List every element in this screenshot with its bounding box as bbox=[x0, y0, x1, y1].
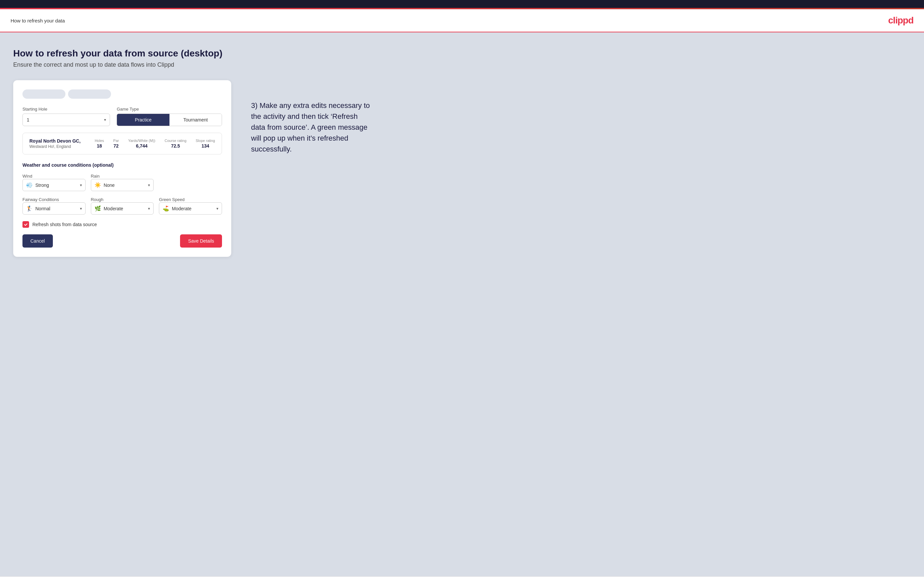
rough-select[interactable]: 🌿 Moderate ▾ bbox=[91, 202, 154, 214]
tournament-button[interactable]: Tournament bbox=[170, 114, 222, 126]
checkmark-icon bbox=[24, 222, 28, 226]
course-location: Westward Ho!, England bbox=[29, 144, 81, 149]
top-bar bbox=[0, 0, 924, 9]
starting-hole-select[interactable]: 1 2 10 bbox=[23, 114, 110, 126]
game-type-label: Game Type bbox=[116, 106, 222, 111]
breadcrumb: How to refresh your data bbox=[11, 18, 65, 23]
refresh-checkbox[interactable] bbox=[23, 221, 29, 228]
refresh-checkbox-label: Refresh shots from data source bbox=[32, 222, 97, 227]
rain-label: Rain bbox=[91, 174, 100, 179]
starting-hole-group: Starting Hole 1 2 10 ▾ bbox=[23, 106, 110, 126]
wind-rain-row: Wind 💨 Strong ▾ Rain ☀️ None ▾ bbox=[23, 173, 222, 191]
course-rating-value: 72.5 bbox=[171, 143, 180, 148]
green-speed-chevron-icon: ▾ bbox=[216, 206, 218, 211]
slope-rating-value: 134 bbox=[202, 143, 209, 148]
slope-rating-label: Slope rating bbox=[195, 139, 215, 143]
wind-group: Wind 💨 Strong ▾ bbox=[23, 173, 86, 191]
starting-hole-label: Starting Hole bbox=[23, 106, 110, 111]
wind-select[interactable]: 💨 Strong ▾ bbox=[23, 179, 86, 191]
course-name: Royal North Devon GC, bbox=[29, 138, 81, 143]
green-speed-group: Green Speed ⛳ Moderate ▾ bbox=[159, 197, 222, 214]
form-panel: Starting Hole 1 2 10 ▾ Game Type Practic… bbox=[13, 80, 231, 257]
rough-group: Rough 🌿 Moderate ▾ bbox=[91, 197, 154, 214]
form-top-tabs bbox=[23, 89, 222, 99]
save-button[interactable]: Save Details bbox=[180, 234, 222, 248]
rough-icon: 🌿 bbox=[94, 205, 101, 211]
holes-value: 18 bbox=[97, 143, 102, 148]
fairway-select[interactable]: 🏌️ Normal ▾ bbox=[23, 202, 86, 214]
rain-icon: ☀️ bbox=[94, 182, 101, 188]
fairway-rough-green-row: Fairway Conditions 🏌️ Normal ▾ Rough 🌿 M… bbox=[23, 197, 222, 214]
rain-group: Rain ☀️ None ▾ bbox=[91, 173, 154, 191]
par-label: Par bbox=[113, 139, 119, 143]
wind-value: Strong bbox=[36, 182, 80, 188]
fairway-group: Fairway Conditions 🏌️ Normal ▾ bbox=[23, 197, 86, 214]
rain-select[interactable]: ☀️ None ▾ bbox=[91, 179, 154, 191]
main-content: How to refresh your data from source (de… bbox=[0, 32, 924, 576]
header: How to refresh your data clippd bbox=[0, 9, 924, 32]
fairway-label: Fairway Conditions bbox=[23, 197, 59, 202]
content-row: Starting Hole 1 2 10 ▾ Game Type Practic… bbox=[13, 80, 911, 257]
par-value: 72 bbox=[114, 143, 119, 148]
side-text-content: 3) Make any extra edits necessary to the… bbox=[251, 100, 370, 155]
fairway-chevron-icon: ▾ bbox=[80, 206, 82, 211]
rough-label: Rough bbox=[91, 197, 103, 202]
tab-pill-2 bbox=[68, 89, 111, 99]
page-subtitle: Ensure the correct and most up to date d… bbox=[13, 61, 911, 68]
top-bar-accent bbox=[0, 8, 924, 9]
page-title: How to refresh your data from source (de… bbox=[13, 48, 911, 59]
game-type-buttons: Practice Tournament bbox=[116, 114, 222, 126]
rain-value: None bbox=[104, 182, 148, 188]
holes-label: Holes bbox=[95, 139, 104, 143]
practice-button[interactable]: Practice bbox=[117, 114, 169, 126]
yards-value: 6,744 bbox=[136, 143, 148, 148]
course-stat-course-rating: Course rating 72.5 bbox=[165, 139, 186, 148]
green-speed-label: Green Speed bbox=[159, 197, 184, 202]
form-actions: Cancel Save Details bbox=[23, 234, 222, 248]
side-text: 3) Make any extra edits necessary to the… bbox=[251, 80, 370, 155]
green-speed-select[interactable]: ⛳ Moderate ▾ bbox=[159, 202, 222, 214]
rough-chevron-icon: ▾ bbox=[148, 206, 150, 211]
game-type-group: Game Type Practice Tournament bbox=[116, 106, 222, 126]
conditions-section-title: Weather and course conditions (optional) bbox=[23, 163, 222, 168]
course-stat-par: Par 72 bbox=[113, 139, 119, 148]
wind-label: Wind bbox=[23, 174, 32, 179]
cancel-button[interactable]: Cancel bbox=[23, 234, 53, 248]
refresh-checkbox-row: Refresh shots from data source bbox=[23, 221, 222, 228]
course-stat-yards: Yards/White (M)) 6,744 bbox=[128, 139, 155, 148]
wind-chevron-icon: ▾ bbox=[80, 183, 82, 187]
yards-label: Yards/White (M)) bbox=[128, 139, 155, 143]
starting-hole-select-wrapper: 1 2 10 ▾ bbox=[23, 114, 110, 126]
tab-pill-1 bbox=[23, 89, 65, 99]
fairway-icon: 🏌️ bbox=[26, 205, 33, 211]
course-stat-slope: Slope rating 134 bbox=[195, 139, 215, 148]
logo: clippd bbox=[888, 15, 913, 26]
rough-value: Moderate bbox=[104, 206, 148, 211]
starting-hole-game-type-row: Starting Hole 1 2 10 ▾ Game Type Practic… bbox=[23, 106, 222, 126]
course-rating-label: Course rating bbox=[165, 139, 186, 143]
green-speed-value: Moderate bbox=[172, 206, 216, 211]
green-speed-icon: ⛳ bbox=[163, 205, 169, 211]
course-info: Royal North Devon GC, Westward Ho!, Engl… bbox=[29, 138, 81, 149]
rain-chevron-icon: ▾ bbox=[148, 183, 150, 187]
course-card: Royal North Devon GC, Westward Ho!, Engl… bbox=[23, 133, 222, 155]
course-stat-holes: Holes 18 bbox=[95, 139, 104, 148]
fairway-value: Normal bbox=[36, 206, 80, 211]
wind-icon: 💨 bbox=[26, 182, 33, 188]
course-stats: Holes 18 Par 72 Yards/White (M)) 6,744 C… bbox=[95, 139, 215, 148]
